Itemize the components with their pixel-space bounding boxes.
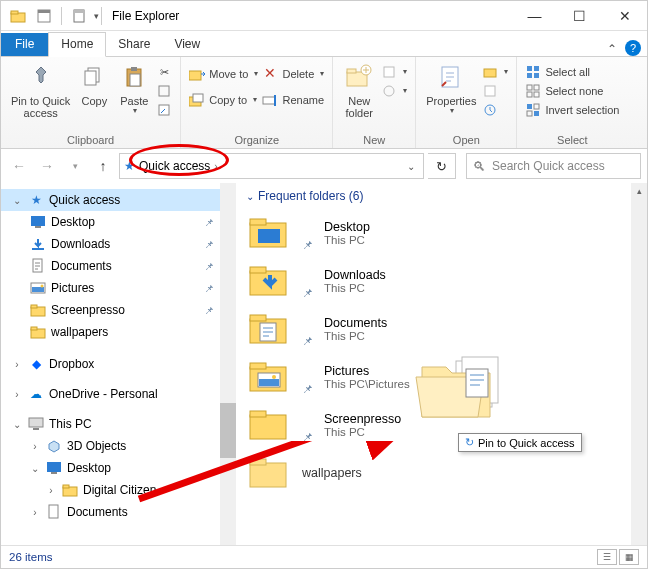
help-icon[interactable]: ? (625, 40, 641, 56)
paste-shortcut-icon (156, 102, 172, 118)
minimize-button[interactable]: — (512, 1, 557, 31)
folder-item-downloads[interactable]: 📌︎ DownloadsThis PC (236, 257, 647, 305)
address-chevron-icon[interactable]: › (214, 161, 217, 172)
pin-to-quick-access-button[interactable]: Pin to Quick access (7, 59, 74, 121)
folder-item-screenpresso[interactable]: 📌︎ ScreenpressoThis PC (236, 401, 647, 449)
collapse-ribbon-icon[interactable]: ⌃ (599, 42, 625, 56)
svg-rect-29 (527, 73, 532, 78)
nav-tp-documents[interactable]: ›Documents (1, 501, 236, 523)
desktop-icon (45, 459, 63, 477)
edit-button[interactable] (480, 82, 510, 100)
tab-home[interactable]: Home (48, 32, 106, 57)
address-bar[interactable]: ★ Quick access › ⌄ (119, 153, 424, 179)
open-button[interactable]: ▾ (480, 63, 510, 81)
svg-rect-31 (527, 85, 532, 90)
group-label: New (333, 134, 415, 146)
folder-item-pictures[interactable]: 📌︎ PicturesThis PC\Pictures (236, 353, 647, 401)
documents-folder-icon (246, 309, 294, 349)
address-dropdown-icon[interactable]: ⌄ (403, 161, 419, 172)
folder-icon (29, 301, 47, 319)
pin-icon: 📌︎ (302, 287, 316, 299)
nav-onedrive[interactable]: ›☁OneDrive - Personal (1, 383, 236, 405)
up-button[interactable]: ↑ (91, 154, 115, 178)
folder-item-desktop[interactable]: 📌︎ DesktopThis PC (236, 209, 647, 257)
nav-screenpresso[interactable]: Screenpresso📌︎ (1, 299, 236, 321)
invert-selection-icon (525, 102, 541, 118)
move-to-button[interactable]: Move to▾ (187, 61, 260, 87)
group-open: Properties▾ ▾ Open (416, 57, 517, 148)
forward-button[interactable]: → (35, 154, 59, 178)
svg-rect-72 (250, 463, 286, 487)
svg-rect-27 (527, 66, 532, 71)
copy-to-button[interactable]: Copy to▾ (187, 87, 260, 113)
invert-selection-button[interactable]: Invert selection (523, 101, 621, 119)
nav-scrollbar[interactable] (220, 183, 236, 545)
address-bar-row: ← → ▾ ↑ ★ Quick access › ⌄ ↻ 🔍︎ Search Q… (1, 149, 647, 183)
rename-button[interactable]: Rename (260, 87, 326, 113)
nav-wallpapers[interactable]: wallpapers (1, 321, 236, 343)
pin-icon (25, 61, 57, 93)
svg-rect-53 (51, 472, 57, 474)
group-header[interactable]: ⌄Frequent folders (6) (236, 183, 647, 209)
svg-rect-40 (35, 226, 41, 228)
nav-pictures[interactable]: Pictures📌︎ (1, 277, 236, 299)
folder-icon (61, 481, 79, 499)
properties-icon[interactable] (68, 5, 90, 27)
nav-quick-access[interactable]: ⌄★Quick access (1, 189, 236, 211)
nav-dropbox[interactable]: ›◆Dropbox (1, 353, 236, 375)
search-icon: 🔍︎ (473, 159, 486, 174)
icons-view-button[interactable]: ▦ (619, 549, 639, 565)
star-icon: ★ (27, 191, 45, 209)
svg-rect-10 (130, 74, 140, 86)
new-folder-button[interactable]: New folder (339, 59, 379, 121)
new-window-icon[interactable] (33, 5, 55, 27)
nav-digital-citizen[interactable]: ›Digital Citizen (1, 479, 236, 501)
folder-item-documents[interactable]: 📌︎ DocumentsThis PC (236, 305, 647, 353)
pin-icon: 📌︎ (204, 305, 214, 316)
folder-name: wallpapers (302, 466, 362, 480)
nav-documents[interactable]: Documents📌︎ (1, 255, 236, 277)
delete-button[interactable]: ✕Delete▾ (260, 61, 326, 87)
qat-dropdown-icon[interactable]: ▾ (94, 11, 99, 21)
details-view-button[interactable]: ☰ (597, 549, 617, 565)
nav-3d-objects[interactable]: ›3D Objects (1, 435, 236, 457)
svg-rect-52 (47, 462, 61, 472)
paste-shortcut-button[interactable] (154, 101, 174, 119)
properties-button[interactable]: Properties▾ (422, 59, 480, 118)
svg-rect-15 (193, 94, 203, 102)
tab-file[interactable]: File (1, 33, 48, 56)
select-none-button[interactable]: Select none (523, 82, 621, 100)
folder-item-wallpapers[interactable]: wallpapers (236, 449, 647, 497)
onedrive-icon: ☁ (27, 385, 45, 403)
group-label: Open (416, 134, 516, 146)
recent-locations-icon[interactable]: ▾ (63, 154, 87, 178)
folder-icon (246, 405, 294, 445)
nav-downloads[interactable]: Downloads📌︎ (1, 233, 236, 255)
content-scrollbar[interactable]: ▴ (631, 183, 647, 545)
svg-rect-17 (274, 95, 276, 106)
svg-rect-73 (250, 459, 266, 465)
nav-tp-desktop[interactable]: ⌄Desktop (1, 457, 236, 479)
copy-button[interactable]: Copy (74, 59, 114, 109)
back-button[interactable]: ← (7, 154, 31, 178)
refresh-button[interactable]: ↻ (428, 153, 456, 179)
move-to-icon (189, 66, 205, 82)
pin-icon: 📌︎ (204, 239, 214, 250)
pin-icon: 📌︎ (204, 261, 214, 272)
copy-path-button[interactable] (154, 82, 174, 100)
new-item-button[interactable]: ▾ (379, 63, 409, 81)
nav-this-pc[interactable]: ⌄This PC (1, 413, 236, 435)
select-all-button[interactable]: Select all (523, 63, 621, 81)
close-button[interactable]: ✕ (602, 1, 647, 31)
easy-access-button[interactable]: ▾ (379, 82, 409, 100)
cut-button[interactable]: ✂ (154, 63, 174, 81)
nav-desktop[interactable]: Desktop📌︎ (1, 211, 236, 233)
maximize-button[interactable]: ☐ (557, 1, 602, 31)
tab-view[interactable]: View (162, 33, 212, 56)
paste-button[interactable]: Paste▾ (114, 59, 154, 118)
group-new: New folder ▾ ▾ New (333, 57, 416, 148)
tab-share[interactable]: Share (106, 33, 162, 56)
history-button[interactable] (480, 101, 510, 119)
search-box[interactable]: 🔍︎ Search Quick access (466, 153, 641, 179)
group-select: Select all Select none Invert selection … (517, 57, 627, 148)
